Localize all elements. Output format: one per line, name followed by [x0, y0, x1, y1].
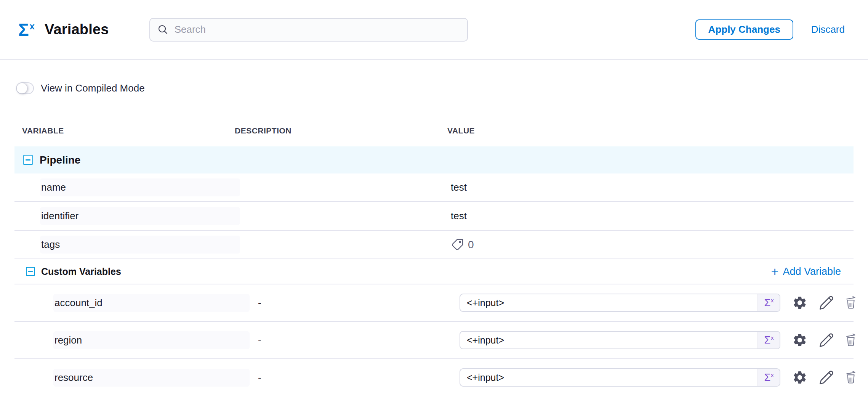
add-variable-label: Add Variable — [783, 266, 841, 278]
value-input[interactable]: <+input> Σx — [460, 368, 780, 387]
variable-value: test — [451, 210, 467, 222]
section-title: Pipeline — [40, 154, 80, 166]
sigma-logo-icon: Σx — [18, 21, 35, 39]
page-title: Variables — [45, 21, 109, 38]
runtime-input-sigma-icon[interactable]: Σx — [757, 332, 780, 348]
gear-icon — [792, 370, 807, 385]
settings-button[interactable] — [792, 369, 808, 385]
section-header-custom-variables[interactable]: Custom Variables + Add Variable — [14, 259, 854, 284]
tag-count: 0 — [468, 239, 474, 251]
header-actions: Apply Changes Discard — [695, 19, 845, 40]
discard-button[interactable]: Discard — [811, 24, 845, 35]
tags-value: 0 — [451, 238, 474, 251]
pencil-icon — [819, 295, 834, 310]
variable-description: - — [228, 372, 443, 384]
collapse-minus-icon[interactable] — [23, 155, 33, 165]
variable-description: - — [228, 297, 443, 309]
value-input-text[interactable]: <+input> — [460, 369, 757, 386]
search-icon — [157, 24, 169, 35]
runtime-input-sigma-icon[interactable]: Σx — [757, 369, 780, 386]
top-bar: Σx Variables Apply Changes Discard — [0, 0, 868, 60]
runtime-input-sigma-icon[interactable]: Σx — [757, 294, 780, 311]
edit-button[interactable] — [818, 332, 834, 348]
tag-icon — [451, 238, 464, 251]
trash-icon — [844, 333, 858, 347]
plus-icon: + — [771, 266, 779, 278]
delete-button[interactable] — [843, 369, 859, 385]
column-header-value: VALUE — [443, 126, 854, 135]
variable-name: identifier — [40, 207, 240, 225]
toggle-knob — [17, 83, 27, 93]
settings-button[interactable] — [792, 295, 808, 311]
table-row: tags 0 — [14, 231, 854, 259]
add-variable-button[interactable]: + Add Variable — [771, 266, 841, 278]
column-header-description: DESCRIPTION — [228, 126, 443, 135]
search-box[interactable] — [149, 18, 468, 42]
column-header-variable: VARIABLE — [14, 126, 228, 135]
compiled-mode-toggle[interactable] — [16, 82, 34, 94]
table-row: region - <+input> Σx — [14, 322, 854, 359]
value-input-text[interactable]: <+input> — [460, 294, 757, 311]
variable-name: account_id — [53, 294, 250, 312]
variable-description: - — [228, 334, 443, 346]
edit-button[interactable] — [818, 369, 834, 385]
variables-panel: View in Compiled Mode VARIABLE DESCRIPTI… — [0, 82, 868, 395]
pencil-icon — [819, 370, 834, 385]
value-input-text[interactable]: <+input> — [460, 332, 757, 348]
gear-icon — [792, 295, 807, 310]
collapse-minus-icon[interactable] — [26, 267, 35, 276]
compiled-mode-row: View in Compiled Mode — [14, 82, 854, 95]
settings-button[interactable] — [792, 332, 808, 348]
table-row: resource - <+input> Σx — [14, 359, 854, 395]
value-input[interactable]: <+input> Σx — [460, 294, 780, 312]
apply-changes-button[interactable]: Apply Changes — [695, 19, 793, 40]
pencil-icon — [819, 332, 834, 348]
delete-button[interactable] — [843, 295, 859, 311]
value-input[interactable]: <+input> Σx — [460, 331, 780, 349]
section-title: Custom Variables — [41, 266, 121, 277]
trash-icon — [844, 295, 858, 310]
compiled-mode-label: View in Compiled Mode — [41, 82, 145, 94]
search-input[interactable] — [175, 24, 460, 35]
trash-icon — [844, 370, 858, 385]
variable-name: tags — [40, 236, 240, 254]
variable-value: test — [451, 181, 467, 193]
variable-name: name — [40, 178, 240, 196]
edit-button[interactable] — [818, 295, 834, 311]
delete-button[interactable] — [843, 332, 859, 348]
section-header-pipeline[interactable]: Pipeline — [14, 146, 854, 173]
table-row: name test — [14, 173, 854, 202]
variable-name: region — [53, 331, 250, 349]
table-row: identifier test — [14, 202, 854, 231]
table-row: account_id - <+input> Σx — [14, 284, 854, 322]
table-header-row: VARIABLE DESCRIPTION VALUE — [14, 123, 854, 139]
variable-name: resource — [53, 369, 250, 387]
gear-icon — [792, 332, 807, 348]
